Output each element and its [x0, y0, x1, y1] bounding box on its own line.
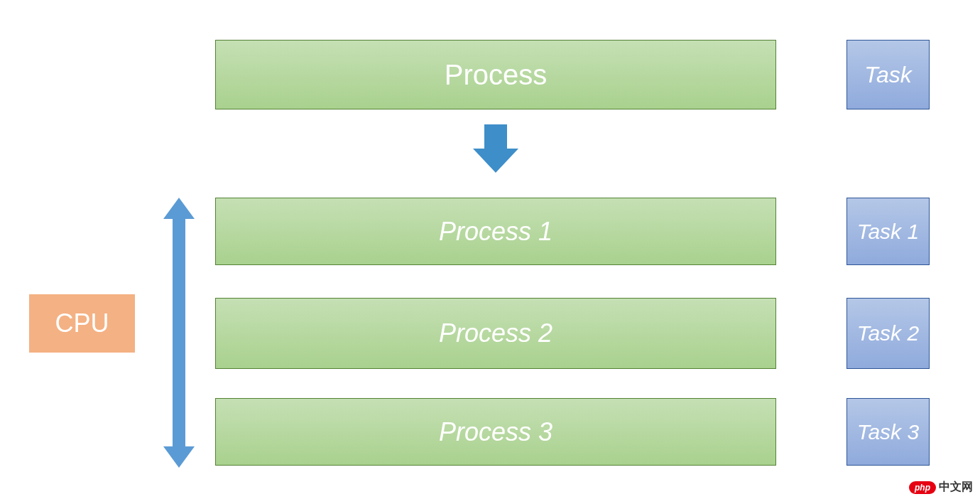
- process-row-label: Process 2: [439, 318, 552, 348]
- cpu-box: CPU: [29, 294, 135, 353]
- process-top-label: Process: [445, 59, 548, 91]
- task-top-label: Task: [864, 62, 911, 88]
- task-row-label: Task 3: [857, 420, 919, 444]
- diagram-canvas: Process Task CPU Process 1 Task 1 Proces…: [0, 0, 980, 499]
- updown-arrow-icon: [163, 198, 195, 468]
- task-row-2: Task 2: [846, 298, 930, 369]
- process-top-box: Process: [215, 40, 776, 109]
- cpu-label: CPU: [55, 308, 109, 338]
- process-row-3: Process 3: [215, 398, 776, 466]
- task-row-3: Task 3: [846, 398, 930, 466]
- task-top-box: Task: [846, 40, 930, 109]
- task-row-label: Task 2: [857, 321, 919, 345]
- process-row-1: Process 1: [215, 198, 776, 265]
- watermark-text: 中文网: [939, 480, 973, 495]
- watermark: php 中文网: [909, 480, 973, 495]
- task-row-1: Task 1: [846, 198, 930, 265]
- process-row-2: Process 2: [215, 298, 776, 369]
- task-row-label: Task 1: [857, 220, 919, 244]
- process-row-label: Process 3: [439, 417, 552, 447]
- watermark-logo: php: [909, 481, 936, 494]
- process-row-label: Process 1: [439, 217, 552, 247]
